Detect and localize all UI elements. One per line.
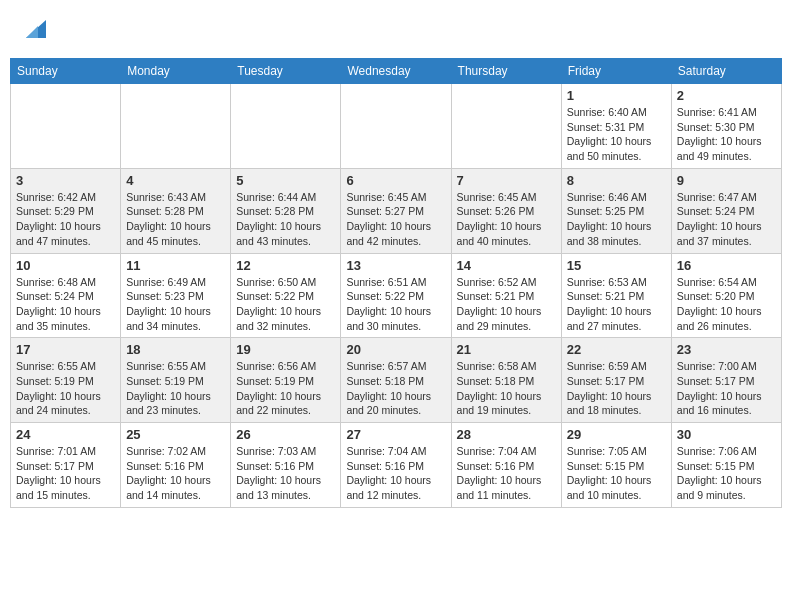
day-number: 13	[346, 258, 445, 273]
day-number: 2	[677, 88, 776, 103]
day-info: Sunrise: 7:01 AMSunset: 5:17 PMDaylight:…	[16, 444, 115, 503]
weekday-header: Sunday	[11, 59, 121, 84]
day-number: 9	[677, 173, 776, 188]
day-info: Sunrise: 6:58 AMSunset: 5:18 PMDaylight:…	[457, 359, 556, 418]
day-number: 11	[126, 258, 225, 273]
day-info: Sunrise: 6:55 AMSunset: 5:19 PMDaylight:…	[16, 359, 115, 418]
day-number: 22	[567, 342, 666, 357]
calendar-week-row: 3Sunrise: 6:42 AMSunset: 5:29 PMDaylight…	[11, 168, 782, 253]
weekday-header: Saturday	[671, 59, 781, 84]
day-number: 4	[126, 173, 225, 188]
calendar-cell: 24Sunrise: 7:01 AMSunset: 5:17 PMDayligh…	[11, 423, 121, 508]
calendar-cell: 23Sunrise: 7:00 AMSunset: 5:17 PMDayligh…	[671, 338, 781, 423]
calendar-cell: 29Sunrise: 7:05 AMSunset: 5:15 PMDayligh…	[561, 423, 671, 508]
day-info: Sunrise: 6:47 AMSunset: 5:24 PMDaylight:…	[677, 190, 776, 249]
logo-icon	[18, 16, 46, 44]
weekday-header: Tuesday	[231, 59, 341, 84]
day-info: Sunrise: 6:44 AMSunset: 5:28 PMDaylight:…	[236, 190, 335, 249]
day-info: Sunrise: 7:04 AMSunset: 5:16 PMDaylight:…	[346, 444, 445, 503]
day-number: 18	[126, 342, 225, 357]
weekday-header: Thursday	[451, 59, 561, 84]
day-number: 8	[567, 173, 666, 188]
calendar-cell	[451, 84, 561, 169]
day-info: Sunrise: 7:03 AMSunset: 5:16 PMDaylight:…	[236, 444, 335, 503]
day-number: 27	[346, 427, 445, 442]
day-number: 3	[16, 173, 115, 188]
day-info: Sunrise: 7:00 AMSunset: 5:17 PMDaylight:…	[677, 359, 776, 418]
logo	[14, 16, 46, 44]
day-number: 15	[567, 258, 666, 273]
calendar-cell: 28Sunrise: 7:04 AMSunset: 5:16 PMDayligh…	[451, 423, 561, 508]
day-number: 17	[16, 342, 115, 357]
day-info: Sunrise: 6:41 AMSunset: 5:30 PMDaylight:…	[677, 105, 776, 164]
calendar-table: SundayMondayTuesdayWednesdayThursdayFrid…	[10, 58, 782, 508]
weekday-header: Monday	[121, 59, 231, 84]
calendar-cell: 15Sunrise: 6:53 AMSunset: 5:21 PMDayligh…	[561, 253, 671, 338]
day-info: Sunrise: 6:52 AMSunset: 5:21 PMDaylight:…	[457, 275, 556, 334]
calendar-cell: 27Sunrise: 7:04 AMSunset: 5:16 PMDayligh…	[341, 423, 451, 508]
calendar-body: 1Sunrise: 6:40 AMSunset: 5:31 PMDaylight…	[11, 84, 782, 508]
calendar-cell: 7Sunrise: 6:45 AMSunset: 5:26 PMDaylight…	[451, 168, 561, 253]
day-number: 26	[236, 427, 335, 442]
calendar-cell: 26Sunrise: 7:03 AMSunset: 5:16 PMDayligh…	[231, 423, 341, 508]
calendar-cell: 6Sunrise: 6:45 AMSunset: 5:27 PMDaylight…	[341, 168, 451, 253]
day-number: 14	[457, 258, 556, 273]
day-info: Sunrise: 7:04 AMSunset: 5:16 PMDaylight:…	[457, 444, 556, 503]
day-number: 28	[457, 427, 556, 442]
calendar-cell: 12Sunrise: 6:50 AMSunset: 5:22 PMDayligh…	[231, 253, 341, 338]
calendar-cell: 16Sunrise: 6:54 AMSunset: 5:20 PMDayligh…	[671, 253, 781, 338]
weekday-header: Friday	[561, 59, 671, 84]
day-number: 5	[236, 173, 335, 188]
calendar-cell	[121, 84, 231, 169]
day-number: 6	[346, 173, 445, 188]
day-number: 24	[16, 427, 115, 442]
calendar-cell	[341, 84, 451, 169]
calendar-cell: 14Sunrise: 6:52 AMSunset: 5:21 PMDayligh…	[451, 253, 561, 338]
calendar-cell: 25Sunrise: 7:02 AMSunset: 5:16 PMDayligh…	[121, 423, 231, 508]
calendar-cell: 17Sunrise: 6:55 AMSunset: 5:19 PMDayligh…	[11, 338, 121, 423]
calendar-week-row: 24Sunrise: 7:01 AMSunset: 5:17 PMDayligh…	[11, 423, 782, 508]
calendar-cell: 9Sunrise: 6:47 AMSunset: 5:24 PMDaylight…	[671, 168, 781, 253]
day-number: 25	[126, 427, 225, 442]
calendar-cell: 19Sunrise: 6:56 AMSunset: 5:19 PMDayligh…	[231, 338, 341, 423]
calendar-cell: 21Sunrise: 6:58 AMSunset: 5:18 PMDayligh…	[451, 338, 561, 423]
day-number: 10	[16, 258, 115, 273]
day-info: Sunrise: 6:42 AMSunset: 5:29 PMDaylight:…	[16, 190, 115, 249]
calendar-cell: 2Sunrise: 6:41 AMSunset: 5:30 PMDaylight…	[671, 84, 781, 169]
svg-marker-1	[26, 26, 38, 38]
calendar-cell: 3Sunrise: 6:42 AMSunset: 5:29 PMDaylight…	[11, 168, 121, 253]
calendar-cell: 1Sunrise: 6:40 AMSunset: 5:31 PMDaylight…	[561, 84, 671, 169]
calendar-week-row: 1Sunrise: 6:40 AMSunset: 5:31 PMDaylight…	[11, 84, 782, 169]
day-info: Sunrise: 7:05 AMSunset: 5:15 PMDaylight:…	[567, 444, 666, 503]
day-info: Sunrise: 6:40 AMSunset: 5:31 PMDaylight:…	[567, 105, 666, 164]
day-number: 29	[567, 427, 666, 442]
day-number: 23	[677, 342, 776, 357]
day-number: 30	[677, 427, 776, 442]
day-info: Sunrise: 6:46 AMSunset: 5:25 PMDaylight:…	[567, 190, 666, 249]
day-number: 12	[236, 258, 335, 273]
calendar-week-row: 10Sunrise: 6:48 AMSunset: 5:24 PMDayligh…	[11, 253, 782, 338]
page-header	[10, 10, 782, 50]
day-info: Sunrise: 6:57 AMSunset: 5:18 PMDaylight:…	[346, 359, 445, 418]
calendar-header: SundayMondayTuesdayWednesdayThursdayFrid…	[11, 59, 782, 84]
calendar-cell: 5Sunrise: 6:44 AMSunset: 5:28 PMDaylight…	[231, 168, 341, 253]
day-info: Sunrise: 6:45 AMSunset: 5:26 PMDaylight:…	[457, 190, 556, 249]
calendar-cell: 10Sunrise: 6:48 AMSunset: 5:24 PMDayligh…	[11, 253, 121, 338]
day-info: Sunrise: 6:55 AMSunset: 5:19 PMDaylight:…	[126, 359, 225, 418]
day-number: 7	[457, 173, 556, 188]
day-number: 1	[567, 88, 666, 103]
day-info: Sunrise: 6:49 AMSunset: 5:23 PMDaylight:…	[126, 275, 225, 334]
day-info: Sunrise: 6:56 AMSunset: 5:19 PMDaylight:…	[236, 359, 335, 418]
calendar-cell: 11Sunrise: 6:49 AMSunset: 5:23 PMDayligh…	[121, 253, 231, 338]
day-info: Sunrise: 7:02 AMSunset: 5:16 PMDaylight:…	[126, 444, 225, 503]
weekday-header-row: SundayMondayTuesdayWednesdayThursdayFrid…	[11, 59, 782, 84]
day-number: 20	[346, 342, 445, 357]
calendar-cell: 4Sunrise: 6:43 AMSunset: 5:28 PMDaylight…	[121, 168, 231, 253]
calendar-cell: 20Sunrise: 6:57 AMSunset: 5:18 PMDayligh…	[341, 338, 451, 423]
day-info: Sunrise: 6:51 AMSunset: 5:22 PMDaylight:…	[346, 275, 445, 334]
calendar-cell	[231, 84, 341, 169]
day-number: 19	[236, 342, 335, 357]
day-info: Sunrise: 7:06 AMSunset: 5:15 PMDaylight:…	[677, 444, 776, 503]
day-info: Sunrise: 6:50 AMSunset: 5:22 PMDaylight:…	[236, 275, 335, 334]
calendar-cell: 13Sunrise: 6:51 AMSunset: 5:22 PMDayligh…	[341, 253, 451, 338]
